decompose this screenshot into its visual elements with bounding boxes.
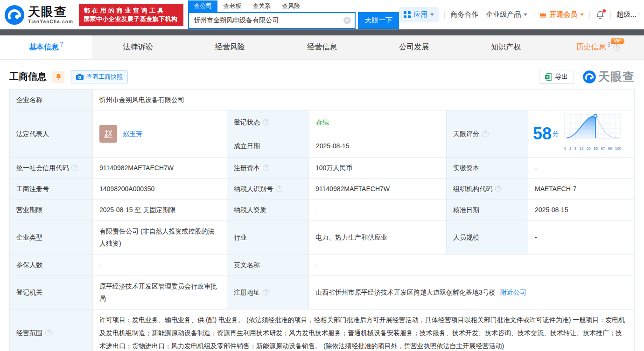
tab-label: 经营信息: [307, 42, 337, 52]
taxpayer-id-value: 91140982MAETAECH7W: [308, 179, 446, 199]
reg-capital-value: 100万人民币: [308, 158, 446, 178]
search-tab-company[interactable]: 查公司: [188, 0, 217, 12]
company-type-value: 有限责任公司 (非自然人投资或控股的法人独资): [92, 220, 227, 254]
nav-enterprise[interactable]: 企业级产品: [486, 10, 527, 19]
business-term-label: 营业期限: [10, 200, 92, 220]
company-name-label: 企业名称: [10, 89, 92, 110]
paid-capital-label: 实缴资本: [446, 158, 528, 178]
help-icon[interactable]: ?: [263, 289, 269, 296]
snapshot-button[interactable]: 查看工商快照: [71, 70, 128, 83]
search-tab-risk[interactable]: 查风险: [276, 0, 306, 12]
help-icon[interactable]: ?: [263, 165, 269, 171]
help-icon[interactable]: ?: [613, 44, 620, 51]
notifications-button[interactable]: [595, 10, 605, 20]
crown-icon: [539, 11, 547, 18]
search-tab-relation[interactable]: 查关系: [247, 0, 276, 12]
section-title: 工商信息: [9, 70, 47, 83]
tab-label: 经营风险: [215, 42, 245, 52]
vip-badge: VIP: [611, 38, 624, 44]
tianyancha-watermark-icon: [582, 70, 596, 84]
table-row: 经营范围 ? 许可项目：发电业务、输电业务、供 (配) 电业务。 (依法须经批准…: [10, 309, 634, 351]
apps-menu[interactable]: 应用: [399, 7, 439, 22]
table-row: 参保人数 - 英文名称 -: [10, 254, 634, 275]
chevron-down-icon: [580, 14, 584, 16]
org-code-label: 组织机构代码: [453, 183, 492, 194]
header-divider-strip: [0, 29, 644, 35]
taxpayer-id-label-cell: 纳税人识别号 ?: [227, 179, 308, 199]
tab-basic-info[interactable]: 基本信息7: [0, 35, 92, 59]
table-row: 企业类型 有限责任公司 (非自然人投资或控股的法人独资) 行业 电力、热力生产和…: [10, 220, 634, 254]
score-value: 58: [533, 125, 552, 142]
reg-status-value: 存续: [309, 110, 446, 134]
establish-date-label: 成立日期: [227, 134, 309, 157]
score-label: 天眼评分: [453, 128, 479, 139]
nav-vip[interactable]: 开通会员: [539, 10, 584, 19]
english-name-label: 英文名称: [227, 255, 308, 275]
search-area: 查公司 查老板 查关系 查风险 ✕ 天眼一下: [188, 1, 399, 29]
nav-cooperation[interactable]: 商务合作: [450, 10, 478, 19]
reg-address-label: 注册地址: [234, 287, 260, 298]
search-button[interactable]: 天眼一下: [358, 12, 399, 29]
help-icon[interactable]: ?: [263, 119, 269, 125]
chevron-down-icon: [524, 14, 527, 16]
business-scope-value: 许可项目：发电业务、输电业务、供 (配) 电业务。 (依法须经批准的项目，经相关…: [92, 310, 634, 351]
uscc-value: 91140982MAETAECH7W: [92, 158, 227, 178]
taxpayer-id-label: 纳税人识别号: [234, 183, 273, 194]
tab-label: 公司发展: [399, 42, 429, 52]
tab-intellectual-property[interactable]: 知识产权: [460, 35, 552, 59]
legal-rep-link[interactable]: 赵玉芳: [123, 128, 142, 139]
reg-status-label-cell: 登记状态 ?: [227, 110, 309, 134]
tab-legal-litigation[interactable]: 法律诉讼: [92, 35, 184, 59]
clear-icon[interactable]: ✕: [343, 17, 351, 24]
divider: [589, 11, 590, 19]
monitor-button[interactable]: [52, 71, 64, 83]
uscc-label-cell: 统一社会信用代码 ?: [10, 158, 92, 178]
help-icon[interactable]: ?: [45, 330, 52, 336]
tab-operation-info[interactable]: 经营信息: [276, 35, 368, 59]
org-code-value: MAETAECH-7: [528, 179, 634, 199]
legal-rep-avatar[interactable]: 赵: [99, 125, 117, 143]
score-cell[interactable]: 58 分: [528, 110, 634, 157]
tianyancha-logo-icon: [4, 4, 25, 26]
user-menu[interactable]: 超级...: [616, 10, 640, 19]
table-row: 统一社会信用代码 ? 91140982MAETAECH7W 注册资本 ? 100…: [10, 157, 634, 178]
chevron-down-icon: [430, 14, 434, 16]
paid-capital-value: -: [528, 158, 634, 178]
tianyancha-logo[interactable]: 天眼查 TianYanCha.com: [4, 4, 73, 26]
excel-icon: X: [545, 73, 552, 81]
company-name-value: 忻州市金朔风电设备有限公司: [92, 89, 634, 110]
help-icon[interactable]: ?: [276, 186, 282, 192]
tab-operation-risk[interactable]: 经营风险: [184, 35, 276, 59]
table-row: 法定代表人 赵 赵玉芳 登记状态 ? 存续 成立日期 2025-08-15 天眼…: [10, 110, 634, 157]
reg-number-value: 14098200A000350: [92, 179, 227, 199]
reg-status-label: 登记状态: [234, 117, 260, 128]
notification-dot: [602, 9, 606, 13]
score-axis-labels: 0131550859799100: [564, 143, 621, 154]
help-icon[interactable]: ?: [482, 131, 489, 137]
table-row: 登记机关 原平经济技术开发区管理委员会行政审批局 注册地址 ? 山西省忻州市原平…: [10, 275, 634, 309]
tab-history-info[interactable]: VIP 历史信息3 ?: [552, 35, 644, 59]
insured-count-value: -: [92, 255, 227, 275]
nearby-companies-link[interactable]: 附近公司: [500, 287, 526, 298]
insured-count-label: 参保人数: [10, 255, 92, 275]
english-name-value: -: [308, 255, 634, 275]
help-icon[interactable]: ?: [71, 165, 78, 171]
svg-text:X: X: [546, 75, 549, 78]
status-date-subtable: 登记状态 ? 存续 成立日期 2025-08-15: [227, 110, 446, 157]
tab-company-development[interactable]: 公司发展: [368, 35, 460, 59]
search-input[interactable]: [188, 12, 356, 29]
bell-icon: [55, 73, 62, 80]
nav-enterprise-label: 企业级产品: [486, 10, 521, 19]
business-term-value: 2025-08-15 至 无固定期限: [92, 200, 227, 220]
uscc-label: 统一社会信用代码: [16, 162, 69, 173]
export-button[interactable]: X 导出: [539, 70, 574, 84]
section-header: 工商信息 查看工商快照 X 导出: [9, 69, 635, 84]
help-icon[interactable]: ?: [495, 186, 502, 192]
legal-rep-cell: 赵 赵玉芳: [92, 110, 227, 157]
search-tab-boss[interactable]: 查老板: [217, 0, 247, 12]
user-name: 超级...: [616, 10, 637, 19]
staff-size-value: -: [528, 220, 634, 254]
score-distribution-chart: 0131550859799100: [564, 113, 621, 154]
approval-date-label: 核准日期: [446, 200, 528, 220]
tab-count: 3: [608, 41, 611, 48]
